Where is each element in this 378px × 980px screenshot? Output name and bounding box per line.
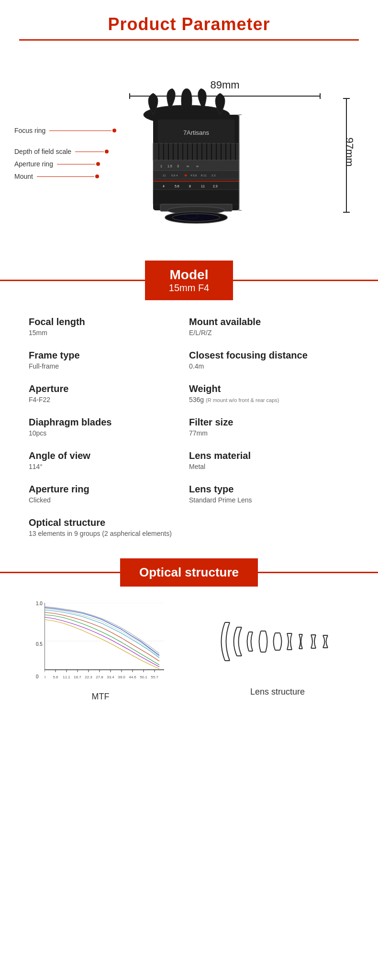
model-line-right	[233, 280, 378, 281]
lens-structure-label: Lens structure	[250, 687, 305, 697]
svg-text:2.3: 2.3	[211, 174, 216, 177]
depth-of-field-label-item: Depth of field scale	[14, 148, 116, 155]
mount-label-item: Mount	[14, 173, 116, 180]
spec-filter-size: Filter size 77mm	[189, 410, 349, 444]
spec-diaphragm-label: Diaphragm blades	[29, 417, 184, 428]
svg-text:2.3: 2.3	[213, 185, 218, 188]
spec-aperture-label: Aperture	[29, 383, 184, 394]
svg-text:33.4: 33.4	[107, 675, 114, 679]
svg-text:7Artisans: 7Artisans	[183, 129, 210, 136]
spec-lens-type-value: Standard Prime Lens	[189, 496, 345, 504]
height-tick-bottom	[343, 212, 350, 213]
svg-text:∞: ∞	[187, 164, 189, 168]
svg-text:50.1: 50.1	[140, 675, 147, 679]
height-label: 97mm	[343, 137, 355, 166]
lens-labels-group: Focus ring Depth of field scale Aperture…	[14, 127, 116, 187]
model-title: Model	[169, 267, 209, 283]
model-subtitle: 15mm F4	[169, 283, 209, 294]
spec-lens-material: Lens material Metal	[189, 444, 349, 477]
spec-diaphragm: Diaphragm blades 10pcs	[29, 410, 189, 444]
spec-weight-label: Weight	[189, 383, 345, 394]
svg-text:55.7: 55.7	[151, 675, 158, 679]
svg-text:11.1: 11.1	[63, 675, 70, 679]
mtf-label: MTF	[92, 692, 110, 702]
spec-lens-type: Lens type Standard Prime Lens	[189, 477, 349, 511]
svg-text:◆: ◆	[184, 173, 188, 177]
optical-box: Optical structure	[120, 558, 258, 587]
svg-text:1: 1	[160, 164, 162, 168]
focus-ring-text: Focus ring	[14, 127, 45, 134]
focus-ring-label-item: Focus ring	[14, 127, 116, 134]
spec-mount-available-value: E/L/R/Z	[189, 329, 345, 337]
spec-optical-structure-label: Optical structure	[29, 517, 345, 528]
spec-aperture-value: F4-F22	[29, 396, 184, 403]
svg-text:∞: ∞	[196, 164, 199, 168]
spec-angle-of-view-value: 114°	[29, 463, 184, 470]
svg-text:39.0: 39.0	[118, 675, 125, 679]
optical-line-right	[258, 572, 378, 573]
spec-weight-value: 536g (R mount w/o front & rear caps)	[189, 396, 345, 403]
optical-line-left	[0, 572, 120, 573]
spec-mount-available-label: Mount available	[189, 316, 345, 327]
lens-structure-container: Lens structure	[196, 601, 359, 702]
spec-aperture-ring-label: Aperture ring	[29, 484, 184, 495]
spec-angle-of-view: Angle of view 114°	[29, 444, 189, 477]
spec-closest-focusing-value: 0.4m	[189, 362, 345, 370]
specs-table: Focal length 15mm Mount available E/L/R/…	[29, 310, 349, 544]
mtf-chart-container: 1.0 0.5 0	[19, 601, 182, 702]
svg-rect-42	[153, 190, 239, 204]
svg-text:27.8: 27.8	[96, 675, 103, 679]
page-header: Product Parameter	[0, 0, 378, 39]
optical-section-header: Optical structure	[0, 558, 378, 587]
svg-text:5.6 4: 5.6 4	[171, 174, 178, 177]
spec-weight: Weight 536g (R mount w/o front & rear ca…	[189, 377, 349, 410]
svg-text:1.5: 1.5	[167, 164, 172, 168]
spec-diaphragm-value: 10pcs	[29, 429, 184, 437]
svg-text:5.6: 5.6	[53, 675, 58, 679]
charts-area: 1.0 0.5 0	[19, 601, 359, 702]
header-divider	[19, 39, 359, 41]
mtf-chart-wrapper: 1.0 0.5 0	[36, 601, 165, 687]
spec-angle-of-view-label: Angle of view	[29, 450, 184, 461]
mtf-y-min: 0	[36, 674, 39, 679]
model-box: Model 15mm F4	[145, 261, 233, 300]
svg-point-46	[172, 214, 220, 221]
aperture-ring-text: Aperture ring	[14, 160, 53, 168]
spec-frame-type: Frame type Full-frame	[29, 343, 189, 377]
spec-frame-type-label: Frame type	[29, 350, 184, 361]
svg-text:0: 0	[44, 675, 46, 679]
optical-title: Optical structure	[139, 565, 239, 579]
svg-text:8 11: 8 11	[201, 174, 207, 177]
spec-aperture-ring: Aperture ring Clicked	[29, 477, 189, 511]
depth-of-field-text: Depth of field scale	[14, 148, 71, 155]
lens-diagram-section: 89mm 97mm 7Artisans	[0, 50, 378, 251]
lens-structure-image	[211, 601, 345, 682]
svg-text:8: 8	[189, 185, 191, 188]
model-line-left	[0, 280, 145, 281]
spec-lens-material-value: Metal	[189, 463, 345, 470]
svg-text:3: 3	[177, 164, 179, 168]
spec-closest-focusing-label: Closest focusing distance	[189, 350, 345, 361]
svg-text:44.6: 44.6	[129, 675, 136, 679]
mtf-svg: 0 5.6 11.1 16.7 22.3 27.8 33.4 39.0 44.6…	[44, 603, 164, 679]
spec-aperture: Aperture F4-F22	[29, 377, 189, 410]
spec-optical-structure-value: 13 elements in 9 groups (2 aspherical el…	[29, 530, 345, 537]
page-title: Product Parameter	[0, 14, 378, 34]
spec-lens-material-label: Lens material	[189, 450, 345, 461]
svg-text:16.7: 16.7	[74, 675, 81, 679]
spec-frame-type-value: Full-frame	[29, 362, 184, 370]
spec-closest-focusing: Closest focusing distance 0.4m	[189, 343, 349, 377]
mount-text: Mount	[14, 173, 33, 180]
spec-lens-type-label: Lens type	[189, 484, 345, 495]
svg-text:11: 11	[201, 185, 205, 188]
mtf-y-max: 1.0	[36, 601, 43, 606]
svg-text:22.3: 22.3	[85, 675, 92, 679]
height-tick-top	[343, 98, 350, 99]
spec-optical-structure: Optical structure 13 elements in 9 group…	[29, 511, 349, 544]
model-section: Model 15mm F4	[0, 261, 378, 300]
svg-text:11: 11	[163, 174, 166, 177]
spec-filter-size-value: 77mm	[189, 429, 345, 437]
spec-focal-length-value: 15mm	[29, 329, 184, 337]
mtf-y-mid: 0.5	[36, 642, 43, 647]
lens-image: 7Artisans 1 1.5 3	[105, 88, 268, 232]
